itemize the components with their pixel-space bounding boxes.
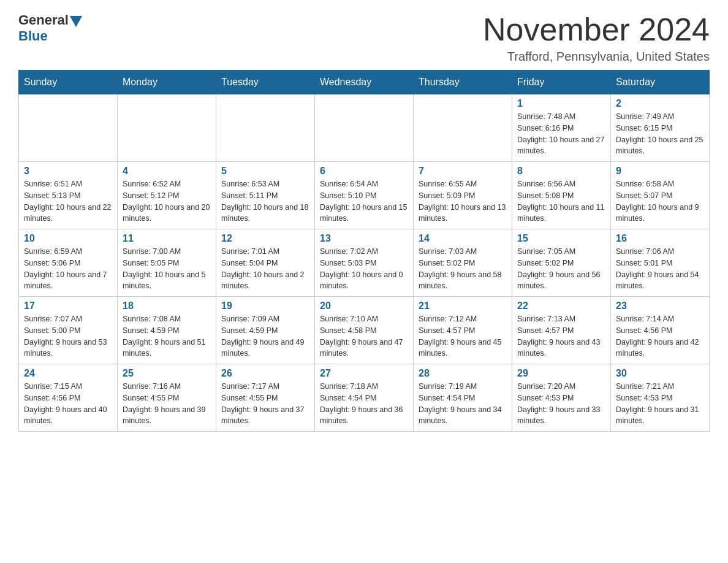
day-info: Sunrise: 7:17 AMSunset: 4:55 PMDaylight:… — [221, 381, 309, 427]
cell-week2-day1: 3Sunrise: 6:51 AMSunset: 5:13 PMDaylight… — [19, 162, 118, 229]
col-tuesday: Tuesday — [216, 71, 315, 94]
week-row-1: 1Sunrise: 7:48 AMSunset: 6:16 PMDaylight… — [19, 94, 710, 162]
cell-week3-day4: 13Sunrise: 7:02 AMSunset: 5:03 PMDayligh… — [315, 229, 414, 297]
col-thursday: Thursday — [414, 71, 512, 94]
day-number: 3 — [24, 166, 112, 177]
day-info: Sunrise: 7:21 AMSunset: 4:53 PMDaylight:… — [616, 381, 704, 427]
cell-week2-day6: 8Sunrise: 6:56 AMSunset: 5:08 PMDaylight… — [512, 162, 611, 229]
day-info: Sunrise: 7:10 AMSunset: 4:58 PMDaylight:… — [320, 313, 408, 359]
day-info: Sunrise: 7:15 AMSunset: 4:56 PMDaylight:… — [24, 381, 112, 427]
cell-week3-day1: 10Sunrise: 6:59 AMSunset: 5:06 PMDayligh… — [19, 229, 118, 297]
day-info: Sunrise: 7:48 AMSunset: 6:16 PMDaylight:… — [517, 111, 605, 157]
col-wednesday: Wednesday — [315, 71, 414, 94]
day-info: Sunrise: 6:56 AMSunset: 5:08 PMDaylight:… — [517, 178, 605, 224]
cell-week4-day3: 19Sunrise: 7:09 AMSunset: 4:59 PMDayligh… — [216, 297, 315, 364]
cell-week4-day7: 23Sunrise: 7:14 AMSunset: 4:56 PMDayligh… — [611, 297, 710, 364]
day-number: 25 — [123, 368, 211, 379]
day-number: 18 — [123, 301, 211, 312]
cell-week1-day2 — [118, 94, 216, 162]
day-number: 24 — [24, 368, 112, 379]
cell-week5-day7: 30Sunrise: 7:21 AMSunset: 4:53 PMDayligh… — [611, 364, 710, 432]
col-sunday: Sunday — [19, 71, 118, 94]
cell-week1-day3 — [216, 94, 315, 162]
cell-week1-day4 — [315, 94, 414, 162]
day-number: 17 — [24, 301, 112, 312]
month-title: November 2024 — [483, 12, 710, 47]
day-number: 4 — [123, 166, 211, 177]
day-info: Sunrise: 7:18 AMSunset: 4:54 PMDaylight:… — [320, 381, 408, 427]
day-info: Sunrise: 7:06 AMSunset: 5:01 PMDaylight:… — [616, 246, 704, 292]
logo: General Blue — [18, 12, 82, 44]
cell-week5-day2: 25Sunrise: 7:16 AMSunset: 4:55 PMDayligh… — [118, 364, 216, 432]
day-info: Sunrise: 6:52 AMSunset: 5:12 PMDaylight:… — [123, 178, 211, 224]
cell-week2-day3: 5Sunrise: 6:53 AMSunset: 5:11 PMDaylight… — [216, 162, 315, 229]
day-number: 16 — [616, 233, 704, 244]
cell-week4-day1: 17Sunrise: 7:07 AMSunset: 5:00 PMDayligh… — [19, 297, 118, 364]
cell-week5-day4: 27Sunrise: 7:18 AMSunset: 4:54 PMDayligh… — [315, 364, 414, 432]
day-info: Sunrise: 7:08 AMSunset: 4:59 PMDaylight:… — [123, 313, 211, 359]
cell-week3-day2: 11Sunrise: 7:00 AMSunset: 5:05 PMDayligh… — [118, 229, 216, 297]
day-number: 12 — [221, 233, 309, 244]
week-row-2: 3Sunrise: 6:51 AMSunset: 5:13 PMDaylight… — [19, 162, 710, 229]
day-info: Sunrise: 7:09 AMSunset: 4:59 PMDaylight:… — [221, 313, 309, 359]
logo-general-text: General — [18, 12, 69, 28]
day-info: Sunrise: 6:54 AMSunset: 5:10 PMDaylight:… — [320, 178, 408, 224]
week-row-4: 17Sunrise: 7:07 AMSunset: 5:00 PMDayligh… — [19, 297, 710, 364]
title-section: November 2024 Trafford, Pennsylvania, Un… — [483, 12, 710, 64]
day-number: 11 — [123, 233, 211, 244]
col-friday: Friday — [512, 71, 611, 94]
cell-week5-day3: 26Sunrise: 7:17 AMSunset: 4:55 PMDayligh… — [216, 364, 315, 432]
day-number: 26 — [221, 368, 309, 379]
cell-week4-day2: 18Sunrise: 7:08 AMSunset: 4:59 PMDayligh… — [118, 297, 216, 364]
cell-week5-day1: 24Sunrise: 7:15 AMSunset: 4:56 PMDayligh… — [19, 364, 118, 432]
cell-week3-day3: 12Sunrise: 7:01 AMSunset: 5:04 PMDayligh… — [216, 229, 315, 297]
day-info: Sunrise: 7:13 AMSunset: 4:57 PMDaylight:… — [517, 313, 605, 359]
day-info: Sunrise: 7:14 AMSunset: 4:56 PMDaylight:… — [616, 313, 704, 359]
day-number: 29 — [517, 368, 605, 379]
day-number: 14 — [419, 233, 507, 244]
page-header: General Blue November 2024 Trafford, Pen… — [18, 12, 710, 64]
cell-week1-day7: 2Sunrise: 7:49 AMSunset: 6:15 PMDaylight… — [611, 94, 710, 162]
day-number: 8 — [517, 166, 605, 177]
day-number: 22 — [517, 301, 605, 312]
day-info: Sunrise: 7:16 AMSunset: 4:55 PMDaylight:… — [123, 381, 211, 427]
cell-week2-day4: 6Sunrise: 6:54 AMSunset: 5:10 PMDaylight… — [315, 162, 414, 229]
day-info: Sunrise: 6:55 AMSunset: 5:09 PMDaylight:… — [419, 178, 507, 224]
day-number: 7 — [419, 166, 507, 177]
day-number: 1 — [517, 98, 605, 109]
cell-week1-day6: 1Sunrise: 7:48 AMSunset: 6:16 PMDaylight… — [512, 94, 611, 162]
cell-week1-day5 — [414, 94, 512, 162]
day-number: 10 — [24, 233, 112, 244]
day-number: 28 — [419, 368, 507, 379]
day-info: Sunrise: 6:59 AMSunset: 5:06 PMDaylight:… — [24, 246, 112, 292]
day-number: 6 — [320, 166, 408, 177]
col-saturday: Saturday — [611, 71, 710, 94]
cell-week5-day6: 29Sunrise: 7:20 AMSunset: 4:53 PMDayligh… — [512, 364, 611, 432]
day-info: Sunrise: 6:58 AMSunset: 5:07 PMDaylight:… — [616, 178, 704, 224]
day-number: 27 — [320, 368, 408, 379]
day-number: 19 — [221, 301, 309, 312]
day-number: 9 — [616, 166, 704, 177]
calendar-header-row: Sunday Monday Tuesday Wednesday Thursday… — [19, 71, 710, 94]
calendar-table: Sunday Monday Tuesday Wednesday Thursday… — [18, 70, 710, 432]
day-info: Sunrise: 7:02 AMSunset: 5:03 PMDaylight:… — [320, 246, 408, 292]
week-row-3: 10Sunrise: 6:59 AMSunset: 5:06 PMDayligh… — [19, 229, 710, 297]
day-info: Sunrise: 6:53 AMSunset: 5:11 PMDaylight:… — [221, 178, 309, 224]
day-number: 5 — [221, 166, 309, 177]
cell-week4-day5: 21Sunrise: 7:12 AMSunset: 4:57 PMDayligh… — [414, 297, 512, 364]
cell-week2-day2: 4Sunrise: 6:52 AMSunset: 5:12 PMDaylight… — [118, 162, 216, 229]
week-row-5: 24Sunrise: 7:15 AMSunset: 4:56 PMDayligh… — [19, 364, 710, 432]
day-info: Sunrise: 6:51 AMSunset: 5:13 PMDaylight:… — [24, 178, 112, 224]
day-info: Sunrise: 7:49 AMSunset: 6:15 PMDaylight:… — [616, 111, 704, 157]
location-title: Trafford, Pennsylvania, United States — [483, 50, 710, 64]
day-info: Sunrise: 7:07 AMSunset: 5:00 PMDaylight:… — [24, 313, 112, 359]
day-info: Sunrise: 7:20 AMSunset: 4:53 PMDaylight:… — [517, 381, 605, 427]
day-number: 30 — [616, 368, 704, 379]
day-info: Sunrise: 7:05 AMSunset: 5:02 PMDaylight:… — [517, 246, 605, 292]
cell-week4-day6: 22Sunrise: 7:13 AMSunset: 4:57 PMDayligh… — [512, 297, 611, 364]
day-info: Sunrise: 7:19 AMSunset: 4:54 PMDaylight:… — [419, 381, 507, 427]
day-number: 20 — [320, 301, 408, 312]
day-number: 23 — [616, 301, 704, 312]
day-info: Sunrise: 7:00 AMSunset: 5:05 PMDaylight:… — [123, 246, 211, 292]
cell-week2-day5: 7Sunrise: 6:55 AMSunset: 5:09 PMDaylight… — [414, 162, 512, 229]
